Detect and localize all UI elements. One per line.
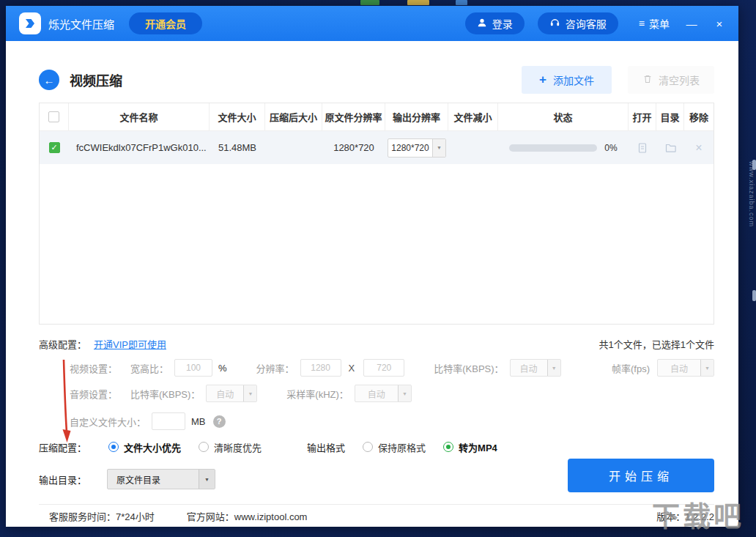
chevron-down-icon: ▼ xyxy=(700,360,714,376)
chevron-down-icon: ▼ xyxy=(547,360,560,376)
fps-dropdown: 自动 ▼ xyxy=(657,359,714,377)
start-compress-button[interactable]: 开始压缩 xyxy=(568,459,714,492)
fps-value: 自动 xyxy=(658,360,700,376)
back-button[interactable]: ← xyxy=(39,70,59,90)
progress-percent: 0% xyxy=(604,143,617,153)
advanced-config-label: 高级配置： xyxy=(39,337,86,351)
clear-list-label: 清空列表 xyxy=(659,73,700,87)
radio-clarity-priority[interactable]: 清晰度优先 xyxy=(199,440,262,454)
video-settings-label: 视频设置： xyxy=(70,361,117,375)
desktop-background: 烁光文件压缩 开通会员 登录 咨询客服 ≡ 菜单 — × xyxy=(0,0,756,537)
file-name: fcCWIEkdlx07CFrP1wGk010... xyxy=(69,131,210,164)
open-file-icon[interactable] xyxy=(637,142,648,154)
menu-label: 菜单 xyxy=(649,16,670,31)
vip-link[interactable]: 开通VIP即可使用 xyxy=(94,337,166,351)
help-icon[interactable]: ? xyxy=(213,415,226,428)
minimize-button[interactable]: — xyxy=(686,18,697,30)
login-label: 登录 xyxy=(492,16,513,31)
radio-selected-icon xyxy=(108,442,119,452)
sample-rate-label: 采样率(kHZ)： xyxy=(286,387,349,401)
aspect-ratio-input xyxy=(174,359,212,377)
video-settings-row: 视频设置： 宽高比： % 分辨率： X 比特率(KBPS)： 自动 ▼ 帧率(f… xyxy=(39,358,714,377)
output-dir-value: 原文件目录 xyxy=(108,470,199,489)
remove-icon[interactable]: × xyxy=(695,141,702,155)
chevron-down-icon: ▼ xyxy=(432,139,445,157)
radio-unselected-icon xyxy=(199,442,209,452)
audio-settings-row: 音频设置： 比特率(KBPS)： 自动 ▼ 采样率(kHZ)： 自动 ▼ xyxy=(39,384,714,403)
radio-keep-format[interactable]: 保持原格式 xyxy=(363,440,426,454)
background-window-edge xyxy=(752,160,756,170)
column-header-reduction: 文件减小 xyxy=(448,103,498,130)
custom-size-label: 自定义文件大小： xyxy=(70,415,146,429)
official-website: 官方网站：www.iziptool.com xyxy=(187,509,308,523)
file-size: 51.48MB xyxy=(210,131,265,164)
page-header: ← 视频压缩 + 添加文件 清空列表 xyxy=(39,66,714,94)
aspect-unit: % xyxy=(218,363,227,374)
compression-config-label: 压缩配置： xyxy=(39,440,86,454)
file-reduction xyxy=(448,131,498,164)
compression-config-row: 压缩配置： 文件大小优先 清晰度优先 输出格式 保持原格式 转为MP4 xyxy=(39,437,714,456)
hamburger-icon: ≡ xyxy=(639,18,645,29)
column-header-directory: 目录 xyxy=(656,103,684,130)
resolution-x-separator: X xyxy=(349,363,355,374)
support-label: 咨询客服 xyxy=(566,16,607,31)
audio-bitrate-label: 比特率(KBPS)： xyxy=(130,387,200,401)
desktop-icon-partial xyxy=(407,0,429,5)
chevron-down-icon: ▼ xyxy=(398,385,411,401)
service-time: 客服服务时间：7*24小时 xyxy=(49,509,155,523)
radio-filesize-priority[interactable]: 文件大小优先 xyxy=(108,440,181,454)
resolution-width-input xyxy=(300,359,341,377)
version: 版本：1.2.2.2 xyxy=(656,509,714,523)
table-row[interactable]: ✓ fcCWIEkdlx07CFrP1wGk010... 51.48MB 128… xyxy=(40,131,714,164)
radio-convert-mp4[interactable]: 转为MP4 xyxy=(443,440,497,454)
app-title: 烁光文件压缩 xyxy=(48,16,114,32)
desktop-icon-partial xyxy=(456,0,467,5)
radio-mp4-label: 转为MP4 xyxy=(459,440,497,454)
output-format-label: 输出格式 xyxy=(307,440,345,454)
plus-icon: + xyxy=(539,73,546,87)
radio-unselected-icon xyxy=(363,442,373,452)
radio-clarity-label: 清晰度优先 xyxy=(214,440,262,454)
vip-button[interactable]: 开通会员 xyxy=(129,12,202,34)
sample-rate-dropdown: 自动 ▼ xyxy=(355,385,412,402)
resolution-label: 分辨率： xyxy=(256,361,294,375)
audio-bitrate-dropdown: 自动 ▼ xyxy=(206,385,257,402)
custom-size-input xyxy=(152,412,185,430)
column-header-open: 打开 xyxy=(629,103,656,130)
row-checkbox[interactable]: ✓ xyxy=(49,142,60,153)
select-all-checkbox[interactable] xyxy=(48,111,59,122)
menu-button[interactable]: ≡ 菜单 xyxy=(639,16,670,31)
folder-icon[interactable] xyxy=(664,142,677,154)
output-dir-dropdown[interactable]: 原文件目录 ▼ xyxy=(107,469,215,489)
audio-settings-label: 音频设置： xyxy=(70,387,117,401)
audio-bitrate-value: 自动 xyxy=(207,385,243,401)
app-window: 烁光文件压缩 开通会员 登录 咨询客服 ≡ 菜单 — × xyxy=(6,6,738,527)
user-icon xyxy=(477,18,487,30)
video-bitrate-value: 自动 xyxy=(511,360,547,376)
app-logo-icon xyxy=(19,12,41,34)
fps-label: 帧率(fps) xyxy=(612,361,650,375)
add-file-button[interactable]: + 添加文件 xyxy=(522,66,612,94)
orig-resolution: 1280*720 xyxy=(322,131,385,164)
file-summary: 共1个文件，已选择1个文件 xyxy=(599,337,714,351)
support-button[interactable]: 咨询客服 xyxy=(538,12,618,34)
titlebar: 烁光文件压缩 开通会员 登录 咨询客服 ≡ 菜单 — × xyxy=(6,6,738,41)
close-button[interactable]: × xyxy=(714,18,725,30)
column-header-status: 状态 xyxy=(498,103,629,130)
video-bitrate-label: 比特率(KBPS)： xyxy=(434,361,503,375)
check-icon: ✓ xyxy=(51,143,57,152)
column-header-out-res: 输出分辨率 xyxy=(385,103,448,130)
chevron-down-icon: ▼ xyxy=(199,470,215,489)
page-title: 视频压缩 xyxy=(70,70,122,89)
aspect-ratio-label: 宽高比： xyxy=(130,361,168,375)
compressed-size xyxy=(265,131,322,164)
table-header-row: 文件名称 文件大小 压缩后大小 原文件分辨率 输出分辨率 文件减小 状态 打开 … xyxy=(40,103,714,131)
login-button[interactable]: 登录 xyxy=(465,12,525,34)
clear-list-button[interactable]: 清空列表 xyxy=(628,66,714,94)
chevron-down-icon: ▼ xyxy=(243,385,256,401)
output-resolution-value: 1280*720 xyxy=(388,139,432,157)
advanced-config-row: 高级配置： 开通VIP即可使用 共1个文件，已选择1个文件 xyxy=(39,335,714,352)
radio-selected-icon xyxy=(443,442,453,452)
add-file-label: 添加文件 xyxy=(553,73,594,87)
output-resolution-dropdown[interactable]: 1280*720 ▼ xyxy=(388,138,446,158)
